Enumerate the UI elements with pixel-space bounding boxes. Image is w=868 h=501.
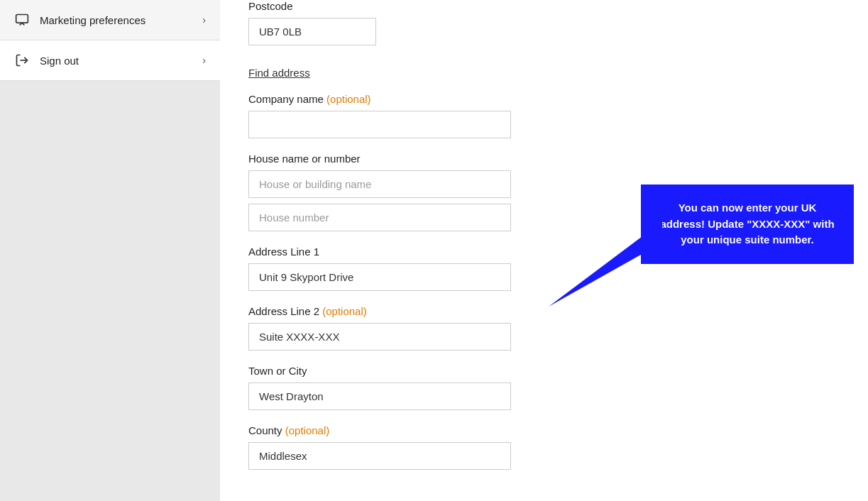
- town-city-label: Town or City: [248, 365, 532, 377]
- company-name-input[interactable]: [248, 111, 511, 138]
- postcode-label: Postcode: [248, 0, 532, 12]
- house-name-number-field-group: House name or number: [248, 153, 532, 231]
- town-city-input[interactable]: [248, 382, 511, 410]
- chevron-right-icon-2: ›: [202, 55, 206, 66]
- county-label: County (optional): [248, 424, 532, 436]
- tooltip-arrow-svg: [549, 221, 662, 307]
- signout-icon: [14, 53, 30, 67]
- county-field-group: County (optional): [248, 424, 532, 470]
- address-line1-label: Address Line 1: [248, 246, 532, 258]
- sign-out-label: Sign out: [40, 55, 79, 67]
- house-building-name-input[interactable]: [248, 170, 511, 198]
- postcode-input[interactable]: [248, 18, 376, 45]
- svg-marker-2: [549, 221, 662, 307]
- address-form: Postcode Find address Company name (opti…: [248, 0, 532, 470]
- county-input[interactable]: [248, 442, 511, 470]
- tooltip-container: You can now enter your UK address! Updat…: [641, 185, 854, 264]
- svg-rect-0: [16, 15, 28, 23]
- main-content: Postcode Find address Company name (opti…: [220, 0, 868, 501]
- county-optional: (optional): [285, 424, 330, 436]
- tooltip-text: You can now enter your UK address! Updat…: [660, 202, 834, 246]
- town-city-field-group: Town or City: [248, 365, 532, 410]
- find-address-link[interactable]: Find address: [248, 67, 310, 79]
- house-number-input[interactable]: [248, 204, 511, 231]
- company-name-label: Company name (optional): [248, 93, 532, 105]
- chat-icon: [14, 13, 30, 27]
- chevron-right-icon: ›: [202, 14, 206, 26]
- marketing-preferences-label: Marketing preferences: [40, 14, 145, 26]
- address-line2-optional: (optional): [322, 305, 367, 317]
- tooltip-box: You can now enter your UK address! Updat…: [641, 185, 854, 264]
- sidebar-item-marketing-preferences[interactable]: Marketing preferences ›: [0, 0, 220, 40]
- sidebar-item-sign-out[interactable]: Sign out ›: [0, 40, 220, 81]
- address-line2-field-group: Address Line 2 (optional): [248, 305, 532, 351]
- house-name-number-label: House name or number: [248, 153, 532, 165]
- sidebar: Marketing preferences › Sign out ›: [0, 0, 220, 501]
- company-name-optional: (optional): [326, 93, 371, 105]
- address-line1-input[interactable]: [248, 263, 511, 291]
- address-line2-label: Address Line 2 (optional): [248, 305, 532, 317]
- company-name-field-group: Company name (optional): [248, 93, 532, 138]
- address-line1-field-group: Address Line 1: [248, 246, 532, 291]
- address-line2-input[interactable]: [248, 323, 511, 351]
- postcode-field-group: Postcode: [248, 0, 532, 45]
